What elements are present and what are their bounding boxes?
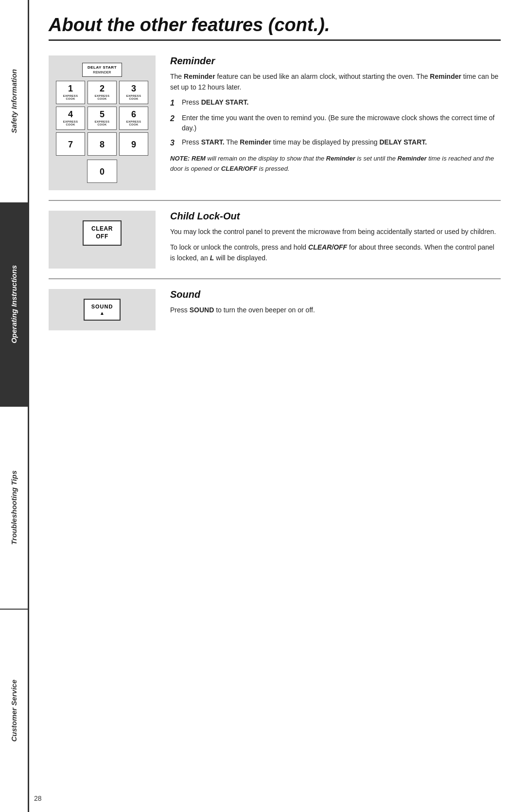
keypad-grid: 1 EXPRESS COOK 2 EXPRESS COOK 3 EXPRESS … — [56, 81, 148, 156]
clear-off-illustration: CLEAR OFF — [49, 211, 156, 268]
sidebar-label-customer: Customer Service — [10, 676, 18, 746]
key-8: 8 — [88, 132, 117, 156]
key-1: 1 EXPRESS COOK — [56, 81, 85, 104]
key-3: 3 EXPRESS COOK — [119, 81, 148, 104]
sidebar-section-troubleshooting: Troubleshooting Tips — [0, 407, 28, 610]
sound-section: SOUND ▲ Sound Press SOUND to turn the ov… — [49, 279, 501, 340]
sidebar-section-safety: Safety Information — [0, 0, 28, 203]
sidebar-label-safety: Safety Information — [10, 65, 18, 137]
delay-start-main: DELAY START — [88, 65, 117, 70]
reminder-intro: The Reminder feature can be used like an… — [170, 72, 501, 92]
sidebar-section-operating: Operating Instructions — [0, 203, 28, 407]
step-3: 3 Press START. The Reminder time may be … — [170, 137, 501, 149]
reminder-note: NOTE: REM will remain on the display to … — [170, 154, 501, 173]
sound-content: Sound Press SOUND to turn the oven beepe… — [170, 289, 501, 330]
key-2: 2 EXPRESS COOK — [88, 81, 117, 104]
zero-row: 0 — [56, 160, 148, 183]
keypad-illustration: DELAY START REMINDER 1 EXPRESS COOK 2 EX… — [49, 55, 156, 190]
sound-text: Press SOUND to turn the oven beeper on o… — [170, 305, 501, 316]
main-content: About the other features (cont.). DELAY … — [29, 0, 525, 812]
sidebar-section-customer: Customer Service — [0, 610, 28, 812]
reminder-heading: Reminder — [170, 55, 501, 67]
sound-illustration: SOUND ▲ — [49, 289, 156, 330]
step-2: 2 Enter the time you want the oven to re… — [170, 113, 501, 133]
step-1: 1 Press DELAY START. — [170, 97, 501, 109]
key-4: 4 EXPRESS COOK — [56, 107, 85, 130]
sidebar-label-operating: Operating Instructions — [10, 261, 18, 347]
sidebar: Safety Information Operating Instruction… — [0, 0, 29, 812]
sound-button-label: SOUND — [91, 304, 113, 309]
page-number: 28 — [34, 794, 42, 802]
child-lockout-content: Child Lock-Out You may lock the control … — [170, 211, 501, 268]
sound-arrow-icon: ▲ — [100, 310, 105, 316]
page-title: About the other features (cont.). — [49, 15, 501, 41]
reminder-content: Reminder The Reminder feature can be use… — [170, 55, 501, 190]
child-lockout-section: CLEAR OFF Child Lock-Out You may lock th… — [49, 201, 501, 279]
key-7: 7 — [56, 132, 85, 156]
key-5: 5 EXPRESS COOK — [88, 107, 117, 130]
child-lockout-text2: To lock or unlock the controls, press an… — [170, 242, 501, 263]
key-9: 9 — [119, 132, 148, 156]
sound-heading: Sound — [170, 289, 501, 300]
key-0: 0 — [87, 160, 118, 183]
sound-button: SOUND ▲ — [84, 299, 121, 321]
child-lockout-text1: You may lock the control panel to preven… — [170, 227, 501, 237]
delay-start-sub: REMINDER — [88, 70, 117, 74]
reminder-section: DELAY START REMINDER 1 EXPRESS COOK 2 EX… — [49, 46, 501, 201]
child-lockout-heading: Child Lock-Out — [170, 211, 501, 222]
sidebar-label-troubleshooting: Troubleshooting Tips — [10, 467, 18, 549]
clear-off-line2: OFF — [91, 233, 113, 241]
delay-start-button: DELAY START REMINDER — [82, 63, 122, 77]
key-6: 6 EXPRESS COOK — [119, 107, 148, 130]
reminder-steps: 1 Press DELAY START. 2 Enter the time yo… — [170, 97, 501, 149]
clear-off-button: CLEAR OFF — [83, 220, 122, 245]
clear-off-line1: CLEAR — [91, 225, 113, 233]
